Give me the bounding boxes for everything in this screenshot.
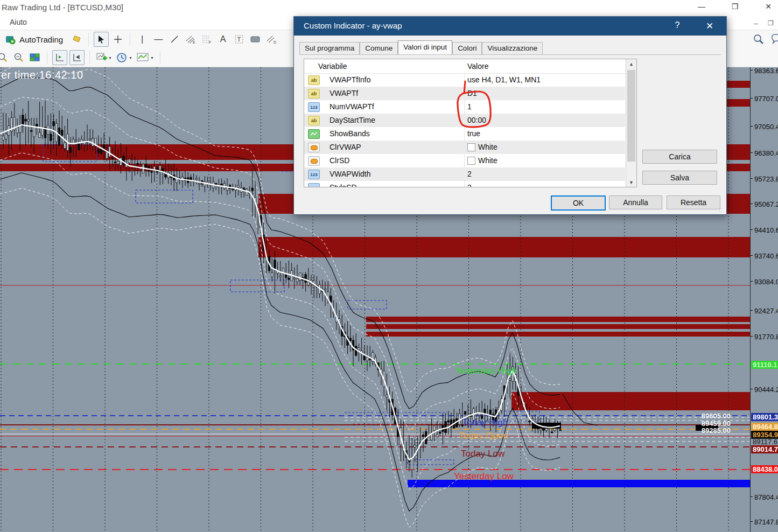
axis-tick: 90444.2 <box>751 386 778 393</box>
tab-colori[interactable]: Colori <box>452 42 482 54</box>
chart-minimize-icon[interactable]: – <box>754 19 758 27</box>
carica-button[interactable]: Carica <box>642 150 717 164</box>
chart-shift-icon[interactable] <box>52 50 67 65</box>
string-type-icon: ab <box>308 89 320 99</box>
string-type-icon: ab <box>308 116 320 125</box>
price-badge: 88438.0 <box>751 465 778 473</box>
new-chart-icon[interactable]: ▼ <box>95 51 113 65</box>
fibonacci-icon[interactable]: F <box>200 32 214 46</box>
variable-value[interactable]: 2 <box>467 183 472 187</box>
zoom-in-icon[interactable] <box>0 51 10 65</box>
table-row-NumVWAPTf[interactable]: 123NumVWAPTf1 <box>304 100 625 114</box>
variable-value[interactable]: White <box>467 156 497 165</box>
tab-sul-programma[interactable]: Sul programma <box>299 42 360 54</box>
chart-restore-icon[interactable]: ❐ <box>768 19 774 27</box>
search-icon[interactable] <box>753 33 765 47</box>
chat-icon[interactable] <box>771 33 778 47</box>
variable-name: ShowBands <box>330 129 370 138</box>
menu-item-aiuto[interactable]: Aiuto <box>10 18 27 26</box>
level-label-today-low: Today Low <box>461 449 504 459</box>
table-row-VWAPTf[interactable]: abVWAPTfD1 <box>304 87 625 100</box>
floating-price-label: 89605.00 <box>702 412 731 420</box>
variable-value[interactable]: 2 <box>467 170 472 178</box>
table-scrollbar[interactable]: ▲ ▼ <box>626 59 636 187</box>
svg-text:T: T <box>237 36 241 43</box>
axis-tick: 94410.6 <box>751 226 778 234</box>
indicators-icon[interactable]: ▼ <box>136 51 155 65</box>
table-row-ShowBands[interactable]: ShowBandstrue <box>304 127 625 141</box>
eraser-icon[interactable] <box>69 32 83 46</box>
label-icon[interactable]: T <box>232 32 246 46</box>
tick-mark <box>751 255 753 256</box>
dialog-help-button[interactable]: ? <box>671 20 683 30</box>
variable-name: StyleSD <box>330 183 357 187</box>
tick-mark <box>751 204 753 204</box>
toolbar-separator <box>89 51 90 64</box>
variable-value[interactable]: 1 <box>467 102 472 111</box>
server-time-label: er time:16:42:10 <box>1 69 83 81</box>
level-label-yesterday-low: Yesterday Low <box>454 471 514 482</box>
table-row-DayStartTime[interactable]: abDayStartTime00:00 <box>304 114 625 127</box>
table-row-VWAPTfInfo[interactable]: abVWAPTfInfouse H4, D1, W1, MN1 <box>304 73 625 87</box>
scroll-up-icon[interactable]: ▲ <box>626 59 636 68</box>
ok-button[interactable]: OK <box>551 195 606 211</box>
scroll-down-icon[interactable]: ▼ <box>626 178 636 187</box>
axis-tick: 97050.4 <box>751 123 778 130</box>
tab-valori-di-input[interactable]: Valori di input <box>398 40 452 55</box>
resize-grip[interactable]: ∙∙∙∙ <box>719 207 724 213</box>
window-minimize-button[interactable]: — <box>696 2 707 11</box>
svg-text:D: D <box>274 40 276 44</box>
channel-d-icon[interactable]: D <box>264 32 278 46</box>
tile-windows-icon[interactable] <box>28 51 42 65</box>
inputs-table: Variabile Valore abVWAPTfInfouse H4, D1,… <box>304 59 637 187</box>
dialog-titlebar[interactable]: Custom Indicator - ay-vwap ? ✕ <box>294 17 726 36</box>
price-badge: 91110.1 <box>751 361 778 369</box>
level-label-yesterday-high: Yesterday High <box>455 366 517 376</box>
resetta-button[interactable]: Resetta <box>667 195 720 209</box>
tab-visualizzazione[interactable]: Visualizzazione <box>482 42 543 54</box>
period-icon[interactable]: ▼ <box>115 51 134 65</box>
text-icon[interactable]: A <box>216 32 230 46</box>
dialog-title: Custom Indicator - ay-vwap <box>304 21 402 30</box>
variable-value[interactable]: use H4, D1, W1, MN1 <box>467 75 541 84</box>
cursor-icon[interactable] <box>94 32 109 47</box>
vertical-line-icon[interactable]: | <box>135 32 149 46</box>
axis-tick: 95067.2 <box>751 200 778 208</box>
axis-tick: 92427.4 <box>751 307 778 314</box>
tick-mark <box>751 178 753 179</box>
equidistant-channel-icon[interactable]: E <box>184 32 198 46</box>
axis-tick: 93740.6 <box>751 252 778 260</box>
variable-value[interactable]: 00:00 <box>467 116 486 124</box>
autotrading-icon <box>5 34 16 44</box>
chart-autoscroll-icon[interactable] <box>69 50 85 65</box>
variable-value[interactable]: White <box>467 143 497 151</box>
axis-tick: 87804.4 <box>751 493 778 501</box>
tick-mark <box>751 98 753 99</box>
price-axis[interactable]: 98363.697707.097050.496380.495723.895067… <box>750 67 778 532</box>
autotrading-button[interactable]: AutoTrading <box>3 33 67 45</box>
table-row-VWAPWidth[interactable]: 123VWAPWidth2 <box>304 167 625 181</box>
level-label-today-open: Today Open <box>459 431 508 442</box>
salva-button[interactable]: Salva <box>642 171 717 185</box>
variable-name: VWAPWidth <box>330 170 371 178</box>
axis-tick: 91770.8 <box>751 333 778 340</box>
crosshair-icon[interactable] <box>111 32 125 46</box>
horizontal-line-icon[interactable]: — <box>151 32 165 46</box>
zoom-out-icon[interactable] <box>12 51 26 65</box>
variable-value[interactable]: true <box>467 129 480 138</box>
window-close-button[interactable]: ✕ <box>763 2 774 11</box>
table-row-ClrSD[interactable]: ClrSDWhite <box>304 154 625 167</box>
variable-value[interactable]: D1 <box>467 89 477 97</box>
dialog-close-button[interactable]: ✕ <box>703 20 717 32</box>
price-badge: 89117.6 <box>751 438 778 446</box>
table-row-StyleSD[interactable]: 123StyleSD2 <box>304 181 625 187</box>
svg-text:F: F <box>209 40 211 44</box>
annulla-button[interactable]: Annulla <box>609 195 662 209</box>
trendline-icon[interactable] <box>167 32 181 46</box>
variable-name: VWAPTfInfo <box>330 75 371 84</box>
window-maximize-button[interactable]: ❐ <box>730 2 740 11</box>
table-row-ClrVWAP[interactable]: ClrVWAPWhite <box>304 141 625 154</box>
rectangle-icon[interactable] <box>248 32 262 46</box>
tab-comune[interactable]: Comune <box>360 42 398 54</box>
scrollbar-thumb[interactable] <box>627 70 635 162</box>
